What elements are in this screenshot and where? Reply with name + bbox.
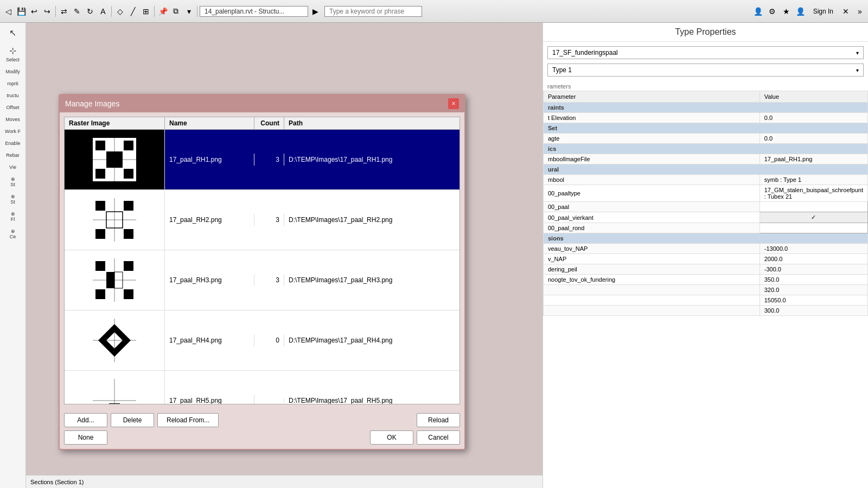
toolbar-expand-icon[interactable]: » bbox=[854, 5, 866, 17]
sidebar-label-work: Work F bbox=[5, 129, 21, 134]
sidebar-item-moves[interactable]: Moves bbox=[1, 114, 25, 125]
image-path-cell: D:\TEMP\Images\17_paal_RH4.png bbox=[284, 334, 459, 346]
sidebar-item-fl[interactable]: ⊕ Fl bbox=[1, 208, 25, 225]
toolbar-pin-icon[interactable]: 📌 bbox=[157, 5, 169, 17]
file-title: 14_palenplan.rvt - Structu... bbox=[200, 6, 308, 17]
toolbar-profile-icon[interactable]: 👤 bbox=[795, 5, 807, 17]
sidebar-item-enable[interactable]: Enable bbox=[1, 138, 25, 149]
toolbar-nav-icon[interactable]: ▶ bbox=[309, 5, 321, 17]
main-area: Type Properties 17_SF_funderingspaal ▾ T… bbox=[26, 23, 868, 488]
sidebar-item-properties[interactable]: roprti bbox=[1, 78, 25, 89]
sign-in-button[interactable]: Sign In bbox=[809, 7, 838, 16]
image-table-container: Raster Image Name Count Path 17_paal_RH1… bbox=[64, 117, 460, 404]
svg-rect-3 bbox=[124, 141, 133, 150]
sidebar-item-cursor[interactable]: ↖ bbox=[1, 25, 25, 42]
image-row[interactable]: 17_paal_RH2.png 3 D:\TEMP\Images\17_paal… bbox=[65, 190, 459, 250]
image-name-cell: 17_paal_RH3.png bbox=[165, 274, 254, 286]
sidebar-label-st2: St bbox=[10, 199, 15, 205]
toolbar-sep3 bbox=[154, 6, 155, 17]
svg-rect-11 bbox=[124, 201, 133, 211]
sidebar-item-work[interactable]: Work F bbox=[1, 126, 25, 137]
image-row[interactable]: 17_paal_RH5.png D:\TEMP\Images\17_paal_R… bbox=[65, 371, 459, 404]
image-path-cell: D:\TEMP\Images\17_paal_RH2.png bbox=[284, 214, 459, 226]
sidebar-label-properties: roprti bbox=[7, 81, 18, 86]
sidebar-item-modify[interactable]: Modify bbox=[1, 66, 25, 77]
toolbar-sep1 bbox=[55, 6, 56, 17]
svg-rect-5 bbox=[124, 169, 133, 179]
sidebar-item-rebar[interactable]: Rebar bbox=[1, 150, 25, 161]
image-path-cell: D:\TEMP\Images\17_paal_RH1.png bbox=[284, 154, 459, 166]
image-count-cell: 0 bbox=[254, 334, 284, 346]
toolbar-copy-icon[interactable]: ⧉ bbox=[170, 5, 182, 17]
toolbar-settings-icon[interactable]: ⚙ bbox=[767, 5, 778, 17]
col-raster-header: Raster Image bbox=[65, 117, 165, 129]
ok-cancel-group: OK Cancel bbox=[370, 430, 460, 445]
col-count-header: Count bbox=[254, 117, 284, 129]
cancel-button[interactable]: Cancel bbox=[417, 430, 460, 445]
sidebar-label-modify: Modify bbox=[5, 69, 20, 74]
none-button[interactable]: None bbox=[64, 430, 107, 445]
toolbar-back-icon[interactable]: ◁ bbox=[2, 5, 14, 17]
search-input[interactable] bbox=[324, 6, 422, 17]
image-path-cell: D:\TEMP\Images\17_paal_RH3.png bbox=[284, 274, 459, 286]
image-name-cell: 17_paal_RH2.png bbox=[165, 214, 254, 226]
sidebar-icon-st1: ⊕ bbox=[11, 176, 15, 182]
sidebar-item-offset[interactable]: Offset bbox=[1, 102, 25, 113]
image-count-cell: 3 bbox=[254, 154, 284, 166]
sidebar-item-project[interactable]: Vie bbox=[1, 162, 25, 173]
toolbar-move-icon[interactable]: ⇄ bbox=[58, 5, 70, 17]
toolbar-user-icon[interactable]: 👤 bbox=[752, 5, 764, 17]
ok-button[interactable]: OK bbox=[370, 430, 413, 445]
toolbar-redo-icon[interactable]: ↪ bbox=[41, 5, 53, 17]
image-row[interactable]: 17_paal_RH1.png 3 D:\TEMP\Images\17_paal… bbox=[65, 130, 459, 190]
sidebar-item-st1[interactable]: ⊕ St bbox=[1, 174, 25, 190]
toolbar-grid-icon[interactable]: ⊞ bbox=[140, 5, 152, 17]
toolbar-star-icon[interactable]: ★ bbox=[781, 5, 793, 17]
svg-rect-22 bbox=[124, 289, 133, 299]
sidebar-label-fl: Fl bbox=[11, 217, 15, 222]
toolbar-rotate-icon[interactable]: ↻ bbox=[84, 5, 96, 17]
dialog-title: Manage Images bbox=[65, 99, 119, 108]
dialog-body: Raster Image Name Count Path 17_paal_RH1… bbox=[60, 112, 464, 409]
sidebar-label-ce: Ce bbox=[10, 234, 16, 239]
toolbar-more-icon[interactable]: ▾ bbox=[183, 5, 195, 17]
toolbar-edit-icon[interactable]: ✎ bbox=[71, 5, 83, 17]
image-count-cell bbox=[254, 398, 284, 403]
image-rows: 17_paal_RH1.png 3 D:\TEMP\Images\17_paal… bbox=[65, 130, 459, 404]
sidebar-icon-ce: ⊕ bbox=[11, 229, 15, 234]
toolbar-line-icon[interactable]: ╱ bbox=[127, 5, 139, 17]
toolbar-text-icon[interactable]: A bbox=[97, 5, 109, 17]
sidebar-item-st2[interactable]: ⊕ St bbox=[1, 191, 25, 207]
toolbar-sep2 bbox=[111, 6, 112, 17]
raster-image-cell bbox=[65, 130, 165, 189]
reload-from-button[interactable]: Reload From... bbox=[157, 413, 219, 427]
add-button[interactable]: Add... bbox=[64, 413, 107, 427]
image-path-cell: D:\TEMP\Images\17_paal_RH5.png bbox=[284, 395, 459, 404]
toolbar-close-icon[interactable]: ✕ bbox=[840, 5, 852, 17]
image-row[interactable]: 17_paal_RH3.png 3 D:\TEMP\Images\17_paal… bbox=[65, 250, 459, 310]
svg-rect-10 bbox=[95, 201, 105, 211]
sidebar-item-ce[interactable]: ⊕ Ce bbox=[1, 226, 25, 242]
manage-images-dialog: Manage Images × Raster Image Name Count … bbox=[59, 94, 465, 450]
svg-rect-4 bbox=[95, 169, 105, 179]
sidebar-label-st1: St bbox=[10, 182, 15, 187]
sidebar-label-rebar: Rebar bbox=[6, 153, 20, 158]
dialog-close-button[interactable]: × bbox=[448, 98, 459, 109]
sidebar-item-select[interactable]: ⊹ Select bbox=[1, 43, 25, 65]
raster-image-cell bbox=[65, 310, 165, 370]
image-table-body: 17_paal_RH1.png 3 D:\TEMP\Images\17_paal… bbox=[65, 130, 459, 404]
delete-button[interactable]: Delete bbox=[111, 413, 154, 427]
toolbar-save-icon[interactable]: 💾 bbox=[15, 5, 27, 17]
sidebar-label-project: Vie bbox=[9, 164, 16, 170]
reload-button[interactable]: Reload bbox=[417, 413, 460, 427]
sidebar-label-offset: Offset bbox=[7, 105, 20, 110]
toolbar-shape-icon[interactable]: ◇ bbox=[114, 5, 126, 17]
select-icon: ⊹ bbox=[9, 46, 16, 56]
svg-rect-2 bbox=[95, 141, 105, 150]
toolbar-undo-icon[interactable]: ↩ bbox=[28, 5, 40, 17]
svg-rect-12 bbox=[95, 229, 105, 239]
svg-rect-20 bbox=[124, 261, 133, 271]
image-name-cell: 17_paal_RH5.png bbox=[165, 395, 254, 404]
image-row[interactable]: 17_paal_RH4.png 0 D:\TEMP\Images\17_paal… bbox=[65, 310, 459, 371]
sidebar-item-structure[interactable]: tructu bbox=[1, 90, 25, 101]
